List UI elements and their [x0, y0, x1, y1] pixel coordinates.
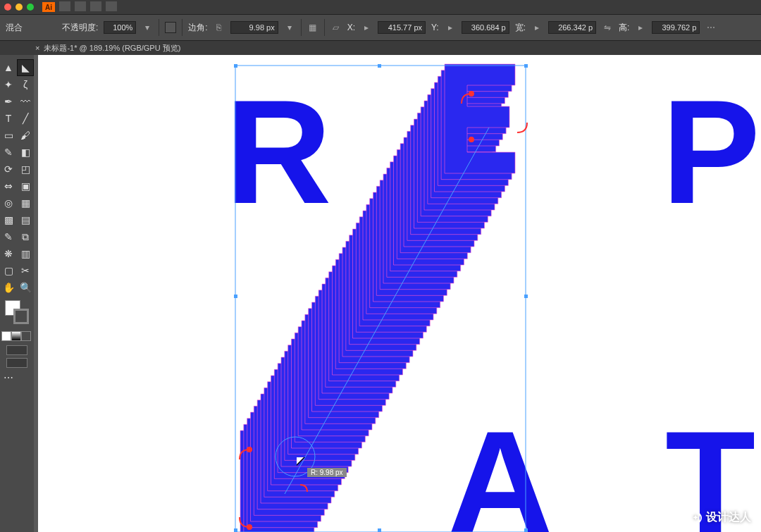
stepper-icon[interactable]: ▸: [531, 22, 543, 33]
svg-point-2: [469, 92, 474, 96]
watermark-text: 设计达人: [706, 510, 751, 525]
corner-input[interactable]: [230, 21, 278, 34]
svg-rect-10: [234, 295, 237, 298]
letter-R: R: [225, 69, 332, 235]
line-tool[interactable]: ╱: [18, 111, 33, 126]
link-icon[interactable]: ⎘: [214, 22, 225, 33]
free-transform-tool[interactable]: ▣: [18, 178, 33, 194]
transform-icon[interactable]: ▱: [330, 22, 342, 33]
color-mode-chips[interactable]: [1, 331, 32, 341]
shape-builder-tool[interactable]: ◎: [1, 195, 16, 211]
slice-tool[interactable]: ✂: [18, 263, 33, 278]
svg-rect-6: [234, 528, 237, 532]
rectangle-tool[interactable]: ▭: [1, 128, 16, 143]
tab-close-icon[interactable]: ×: [35, 44, 39, 52]
pen-tool[interactable]: ✒: [1, 94, 16, 109]
magic-wand-tool[interactable]: ✦: [1, 77, 16, 92]
style-chip[interactable]: [165, 22, 176, 33]
letter-P: P: [662, 69, 760, 235]
traffic-close[interactable]: [4, 4, 11, 11]
watermark: ✦ 设计达人: [689, 510, 751, 525]
paintbrush-tool[interactable]: 🖌: [18, 128, 33, 143]
lasso-tool[interactable]: ζ: [18, 77, 33, 92]
svg-point-0: [247, 447, 252, 452]
blend-tool[interactable]: ⧉: [18, 229, 33, 245]
titlebar-icon[interactable]: [75, 1, 86, 11]
titlebar-extra-icons: [59, 1, 119, 13]
app-logo: Ai: [42, 2, 55, 12]
svg-rect-4: [234, 64, 237, 68]
svg-rect-7: [524, 528, 528, 532]
titlebar-icon[interactable]: [90, 1, 101, 11]
corner-label: 边角:: [188, 22, 207, 34]
cursor-icon: [295, 456, 304, 466]
titlebar-icon[interactable]: [106, 1, 117, 11]
more-icon[interactable]: ⋯: [705, 22, 717, 33]
svg-rect-9: [378, 528, 381, 532]
h-label: 高:: [619, 22, 629, 34]
edit-toolbar-icon[interactable]: ⋯: [1, 370, 16, 385]
svg-rect-11: [524, 295, 528, 298]
eraser-tool[interactable]: ◧: [18, 144, 33, 160]
svg-point-3: [469, 137, 474, 142]
rotate-tool[interactable]: ⟳: [1, 161, 16, 177]
stepper-icon[interactable]: ▸: [361, 22, 372, 33]
screen-mode-chip[interactable]: [6, 345, 27, 355]
stepper-icon[interactable]: ▸: [445, 22, 456, 33]
artwork: R P A T: [38, 55, 761, 532]
y-label: Y:: [431, 23, 439, 32]
opacity-label: 不透明度:: [62, 22, 98, 34]
fill-stroke-swatch[interactable]: [5, 300, 29, 324]
workspace: ▲◣ ✦ζ ✒〰 T╱ ▭🖌 ✎◧ ⟳◰ ⇔▣ ◎▦ ▩▤ ✎⧉ ❋▥ ▢✂ ✋…: [0, 55, 761, 532]
document-tabbar: × 未标题-1* @ 189.19% (RGB/GPU 预览): [0, 41, 761, 55]
hand-tool[interactable]: ✋: [1, 280, 16, 295]
toolbar: ▲◣ ✦ζ ✒〰 T╱ ▭🖌 ✎◧ ⟳◰ ⇔▣ ◎▦ ▩▤ ✎⧉ ❋▥ ▢✂ ✋…: [0, 55, 34, 532]
x-label: X:: [347, 23, 355, 32]
stepper-icon[interactable]: ▾: [284, 22, 295, 33]
w-input[interactable]: [548, 21, 596, 34]
stepper-icon[interactable]: ▸: [635, 22, 646, 33]
graph-tool[interactable]: ▥: [18, 246, 33, 261]
align-icon[interactable]: ▦: [307, 22, 318, 33]
svg-rect-5: [524, 64, 528, 68]
traffic-zoom[interactable]: [27, 4, 34, 11]
traffic-minimize[interactable]: [16, 4, 23, 11]
titlebar-icon[interactable]: [59, 1, 70, 11]
direct-selection-tool[interactable]: ◣: [18, 60, 33, 75]
link-wh-icon[interactable]: ⇋: [602, 22, 613, 33]
symbol-sprayer-tool[interactable]: ❋: [1, 246, 16, 261]
blend-mode-label: 混合: [6, 22, 23, 34]
width-tool[interactable]: ⇔: [1, 178, 16, 194]
artboard-tool[interactable]: ▢: [1, 263, 16, 278]
letter-A: A: [447, 400, 554, 532]
canvas[interactable]: R P A T: [34, 55, 761, 532]
curvature-tool[interactable]: 〰: [18, 94, 33, 109]
svg-rect-8: [378, 64, 381, 68]
w-label: 宽:: [515, 22, 526, 34]
eyedropper-tool[interactable]: ✎: [1, 229, 16, 245]
titlebar: Ai: [0, 0, 761, 14]
wechat-icon: ✦: [689, 512, 702, 524]
screen-mode-chip[interactable]: [6, 358, 27, 368]
measurement-tooltip: R: 9.98 px: [307, 468, 347, 477]
x-input[interactable]: [378, 21, 426, 34]
h-input[interactable]: [652, 21, 700, 34]
svg-point-1: [247, 525, 252, 529]
gradient-tool[interactable]: ▤: [18, 212, 33, 228]
chevron-down-icon[interactable]: ▾: [142, 22, 153, 33]
shaper-tool[interactable]: ✎: [1, 144, 16, 160]
scale-tool[interactable]: ◰: [18, 161, 33, 177]
control-bar: 混合 不透明度: ▾ 边角: ⎘ ▾ ▦ ▱ X: ▸ Y: ▸ 宽: ▸ ⇋ …: [0, 14, 761, 41]
document-tab-title[interactable]: 未标题-1* @ 189.19% (RGB/GPU 预览): [44, 43, 180, 54]
type-tool[interactable]: T: [1, 111, 16, 126]
mesh-tool[interactable]: ▩: [1, 212, 16, 228]
y-input[interactable]: [462, 21, 509, 34]
selection-tool[interactable]: ▲: [1, 60, 16, 75]
opacity-input[interactable]: [104, 21, 136, 34]
perspective-tool[interactable]: ▦: [18, 195, 33, 211]
zoom-tool[interactable]: 🔍: [18, 280, 33, 295]
